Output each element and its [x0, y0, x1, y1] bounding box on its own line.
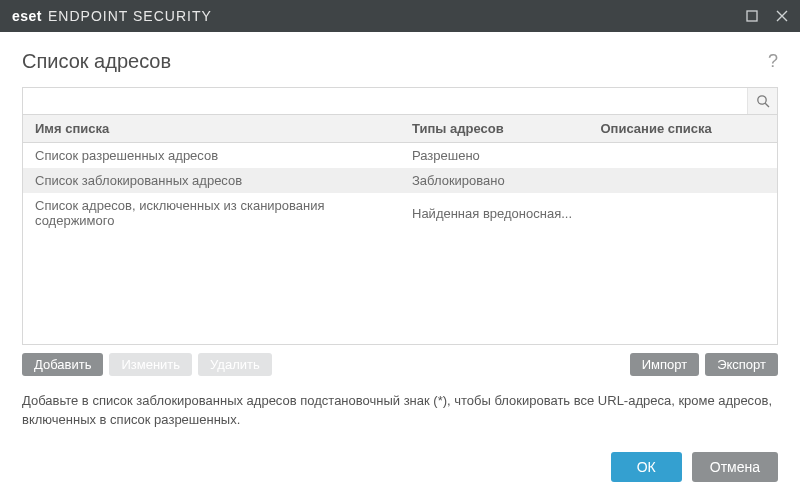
- search-bar: [22, 87, 778, 115]
- brand-eset: eset: [12, 8, 42, 24]
- maximize-icon[interactable]: [746, 10, 758, 22]
- table-cell-desc: [589, 168, 778, 193]
- svg-point-1: [757, 96, 765, 104]
- table-cell-name: Список заблокированных адресов: [23, 168, 400, 193]
- search-icon: [756, 94, 770, 108]
- toolbar: Добавить Изменить Удалить Импорт Экспорт: [22, 353, 778, 376]
- close-icon[interactable]: [776, 10, 788, 22]
- col-header-desc[interactable]: Описание списка: [589, 115, 778, 143]
- svg-line-2: [765, 103, 769, 107]
- table-cell-type: Заблокировано: [400, 168, 589, 193]
- search-button[interactable]: [747, 88, 777, 114]
- header-row: Список адресов ?: [22, 50, 778, 73]
- export-button[interactable]: Экспорт: [705, 353, 778, 376]
- table-cell-type: Найденная вредоносная...: [400, 193, 589, 233]
- help-icon[interactable]: ?: [768, 51, 778, 72]
- cancel-button[interactable]: Отмена: [692, 452, 778, 482]
- table-row[interactable]: Список заблокированных адресовЗаблокиров…: [23, 168, 777, 193]
- ok-button[interactable]: ОК: [611, 452, 682, 482]
- import-button[interactable]: Импорт: [630, 353, 699, 376]
- hint-text: Добавьте в список заблокированных адресо…: [22, 392, 778, 430]
- page-title: Список адресов: [22, 50, 171, 73]
- brand: eset ENDPOINT SECURITY: [12, 8, 212, 24]
- footer: ОК Отмена: [22, 436, 778, 500]
- table-header-row: Имя списка Типы адресов Описание списка: [23, 115, 777, 143]
- address-list-table: Имя списка Типы адресов Описание списка …: [22, 115, 778, 345]
- table-cell-name: Список разрешенных адресов: [23, 143, 400, 169]
- brand-product: ENDPOINT SECURITY: [48, 8, 212, 24]
- content: Список адресов ? Имя списка Типы адресов…: [0, 32, 800, 500]
- table-cell-type: Разрешено: [400, 143, 589, 169]
- titlebar: eset ENDPOINT SECURITY: [0, 0, 800, 32]
- search-input[interactable]: [23, 94, 747, 109]
- table-row[interactable]: Список разрешенных адресовРазрешено: [23, 143, 777, 169]
- delete-button[interactable]: Удалить: [198, 353, 272, 376]
- edit-button[interactable]: Изменить: [109, 353, 192, 376]
- add-button[interactable]: Добавить: [22, 353, 103, 376]
- window-controls: [746, 10, 788, 22]
- table-cell-desc: [589, 193, 778, 233]
- table-row[interactable]: Список адресов, исключенных из сканирова…: [23, 193, 777, 233]
- col-header-name[interactable]: Имя списка: [23, 115, 400, 143]
- col-header-type[interactable]: Типы адресов: [400, 115, 589, 143]
- table-cell-desc: [589, 143, 778, 169]
- table-cell-name: Список адресов, исключенных из сканирова…: [23, 193, 400, 233]
- svg-rect-0: [747, 11, 757, 21]
